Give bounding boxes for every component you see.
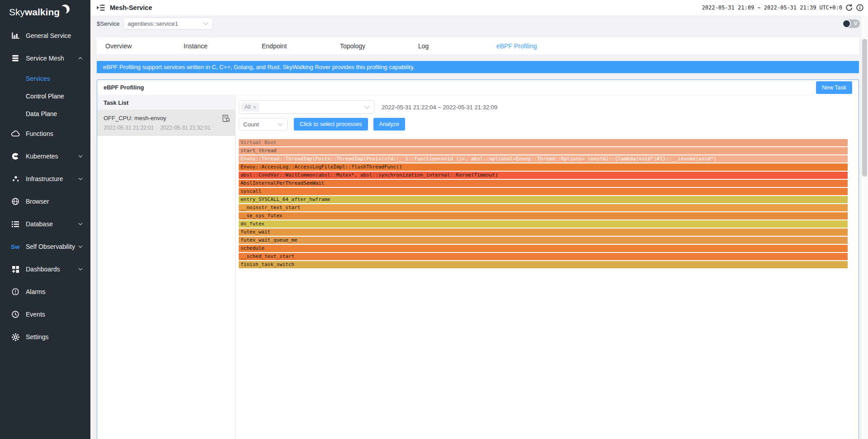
skywalking-logo[interactable]: Skywalking (0, 0, 90, 24)
flame-frame[interactable]: schedule (239, 245, 848, 252)
sidebar-item-label: Database (26, 220, 53, 228)
sidebar-item-database[interactable]: Database (0, 213, 90, 235)
sidebar-item-browser[interactable]: Browser (0, 190, 90, 213)
tab-log[interactable]: Log (418, 42, 496, 50)
sidebar-item-services[interactable]: Services (0, 70, 90, 87)
flame-frame[interactable]: absl::CondVar::WaitCommon(absl::Mutex*, … (239, 172, 848, 179)
global-time-range[interactable]: 2022-05-31 21:09 ~ 2022-05-31 21:39 (702, 5, 816, 11)
tag-label: All (245, 104, 250, 110)
flame-frame[interactable]: start_thread (239, 147, 848, 154)
chevron-down-icon (278, 123, 283, 126)
flame-frame[interactable]: Virtual Root (239, 139, 848, 146)
aggregate-type-select[interactable]: Count (239, 118, 288, 131)
flame-frame[interactable]: do_futex (239, 220, 848, 228)
dashboard-grid-icon (11, 266, 20, 273)
flame-frame[interactable]: futex_wait (239, 229, 848, 236)
info-icon[interactable] (856, 4, 863, 11)
cloud-icon (11, 131, 20, 137)
toggle-label: V (854, 21, 857, 26)
refresh-icon[interactable] (845, 4, 853, 11)
sidebar-item-alarms[interactable]: Alarms (0, 280, 90, 303)
kubernetes-icon (11, 153, 20, 160)
new-task-button[interactable]: New Task (816, 81, 852, 94)
page-title: Mesh-Service (110, 4, 152, 11)
analyze-button[interactable]: Analyze (373, 118, 405, 131)
chevron-down-icon (78, 155, 83, 158)
topbar-right: 2022-05-31 21:09 ~ 2022-05-31 21:39 UTC+… (702, 4, 863, 11)
sidebar-item-settings[interactable]: Settings (0, 326, 90, 348)
timezone-label: UTC+0:0 (819, 5, 842, 11)
layers-icon (11, 55, 20, 61)
task-detail-icon[interactable] (222, 115, 230, 122)
flame-frame[interactable]: finish_task_switch (239, 261, 848, 268)
sidebar-item-label: Browser (26, 198, 49, 205)
sidebar-item-infrastructure[interactable]: Infrastructure (0, 168, 90, 190)
gear-icon (11, 333, 20, 341)
service-variable-label: $Service (97, 20, 120, 27)
flame-frame[interactable]: futex_wait_queue_me (239, 237, 848, 244)
sidebar-item-dashboards[interactable]: Dashboards (0, 258, 90, 280)
sidebar-item-kubernetes[interactable]: Kubernetes (0, 145, 90, 168)
chevron-down-icon (78, 223, 83, 225)
content: Overview Instance Endpoint Topology Log … (90, 32, 868, 439)
sidebar-item-label: General Service (26, 32, 71, 39)
service-select[interactable]: agentless::service1 (123, 18, 213, 29)
sidebar-item-data-plane[interactable]: Data Plane (0, 105, 90, 122)
sidebar-item-events[interactable]: Events (0, 303, 90, 326)
chevron-down-icon (203, 22, 208, 25)
task-list-item[interactable]: OFF_CPU: mesh-envoy 2022-05-31 21:22:01 … (97, 110, 235, 136)
sidebar-item-general-service[interactable]: General Service (0, 24, 90, 47)
flame-frame[interactable]: Envoy::AccessLog::AccessLogFileImpl::flu… (239, 163, 848, 171)
sidebar-item-label: Infrastructure (26, 175, 63, 182)
process-filter-select[interactable]: All × (239, 100, 374, 114)
flame-frame[interactable]: __se_sys_futex (239, 212, 848, 220)
action-row: Count Click to select processes Analyze (239, 118, 852, 131)
tab-topology[interactable]: Topology (340, 42, 418, 50)
filter-row: All × 2022-05-31 21:22:04 ~ 2022-05-31 2… (239, 100, 852, 114)
tag-close-icon[interactable]: × (253, 104, 256, 110)
scrollbar-thumb[interactable] (862, 39, 867, 177)
ebpf-info-banner: eBPF Profiling support services written … (97, 61, 859, 73)
flame-frame[interactable]: syscall (239, 188, 848, 195)
sidebar: Skywalking General Service Service Mesh … (0, 0, 90, 439)
task-list-header: Task List (97, 95, 235, 110)
dots-cluster-icon (11, 176, 20, 182)
bar-chart-icon (11, 33, 20, 39)
sidebar-item-label: Dashboards (26, 266, 60, 273)
task-times: 2022-05-31 21:22:01 2022-05-31 21:32:01 (104, 125, 230, 131)
globe-icon (11, 198, 20, 205)
aggregate-type-value: Count (243, 121, 259, 128)
chevron-down-icon (78, 177, 83, 180)
sidebar-item-self-observability[interactable]: Sw Self Observability (0, 235, 90, 258)
alarm-icon (11, 288, 20, 295)
sidebar-item-functions[interactable]: Functions (0, 122, 90, 145)
scrollbar[interactable] (861, 15, 868, 439)
tab-endpoint[interactable]: Endpoint (262, 42, 340, 50)
main-area: Mesh-Service 2022-05-31 21:09 ~ 2022-05-… (90, 0, 868, 439)
flame-frame[interactable]: __noinstr_text_start (239, 204, 848, 211)
flame-frame[interactable]: entry_SYSCALL_64_after_hwframe (239, 196, 848, 203)
panel-header: eBPF Profiling New Task (97, 80, 859, 95)
select-processes-button[interactable]: Click to select processes (294, 118, 368, 131)
tab-ebpf-profiling[interactable]: eBPF Profiling (496, 42, 575, 50)
chevron-up-icon (78, 57, 83, 60)
flame-frame[interactable]: __sched_text_start (239, 253, 848, 260)
service-select-value: agentless::service1 (128, 20, 178, 27)
sidebar-item-label: Settings (26, 333, 49, 341)
sidebar-item-service-mesh[interactable]: Service Mesh (0, 47, 90, 70)
logo-text-walking: walking (25, 7, 60, 18)
collapse-menu-icon[interactable] (97, 5, 105, 11)
version-toggle[interactable]: V (842, 19, 860, 28)
skywalking-sw-icon: Sw (11, 243, 20, 250)
task-end-time: 2022-05-31 21:32:01 (160, 125, 210, 131)
flame-frame[interactable]: AbslInternalPerThreadSemWait (239, 180, 848, 187)
tab-instance[interactable]: Instance (184, 42, 262, 50)
tab-overview[interactable]: Overview (105, 42, 184, 50)
list-icon (11, 221, 20, 227)
sidebar-item-control-plane[interactable]: Control Plane (0, 87, 90, 105)
flame-frame[interactable]: Envoy::Thread::ThreadImplPosix::ThreadIm… (239, 155, 848, 163)
analysis-time-range: 2022-05-31 21:22:04 ~ 2022-05-31 21:32:0… (382, 104, 497, 111)
panel-body: Task List OFF_CPU: mesh-envoy 2022-05-31… (97, 95, 859, 439)
task-name: OFF_CPU: mesh-envoy (104, 115, 230, 121)
ebpf-profiling-panel: eBPF Profiling New Task Task List OFF_CP… (97, 79, 859, 439)
